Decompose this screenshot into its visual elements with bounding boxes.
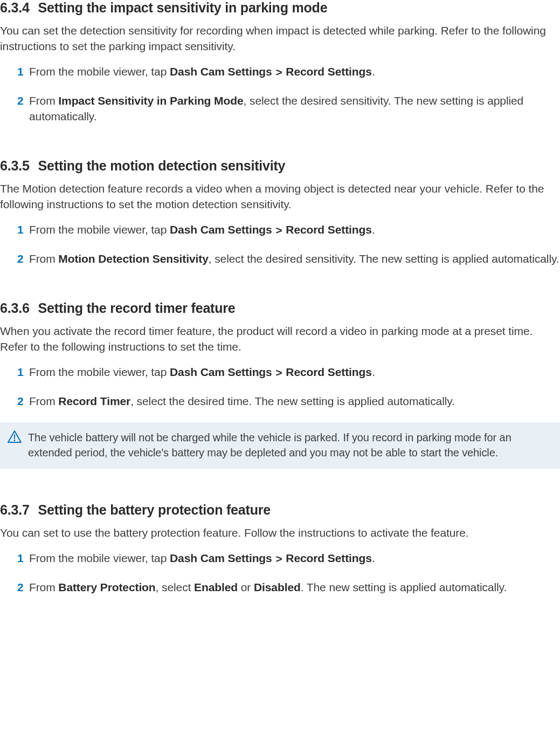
list-item: 1 From the mobile viewer, tap Dash Cam S… bbox=[17, 64, 560, 80]
step-bold-1: Dash Cam Settings bbox=[170, 223, 272, 236]
caution-callout: The vehicle battery will not be charged … bbox=[0, 422, 560, 469]
chevron-right-icon: > bbox=[275, 65, 282, 80]
step-text-pre: From bbox=[29, 252, 58, 265]
step-text-post: , select the desired time. The new setti… bbox=[130, 395, 455, 407]
warning-icon bbox=[8, 430, 22, 443]
section-heading: 6.3.5Setting the motion detection sensit… bbox=[0, 158, 560, 174]
step-number: 2 bbox=[17, 580, 24, 596]
chevron-right-icon: > bbox=[275, 551, 282, 567]
section-number: 6.3.6 bbox=[0, 300, 30, 316]
step-list: 1 From the mobile viewer, tap Dash Cam S… bbox=[0, 222, 560, 267]
step-text-post: . bbox=[372, 552, 375, 564]
step-text-post-a: , select bbox=[156, 581, 194, 593]
chevron-right-icon: > bbox=[275, 223, 282, 238]
step-bold-1: Dash Cam Settings bbox=[170, 65, 272, 78]
step-number: 2 bbox=[17, 394, 24, 409]
section-634: 6.3.4Setting the impact sensitivity in p… bbox=[0, 0, 560, 125]
section-heading: 6.3.6Setting the record timer feature bbox=[0, 300, 560, 316]
step-text-pre: From the mobile viewer, tap bbox=[29, 223, 170, 236]
step-number: 1 bbox=[17, 365, 24, 380]
list-item: 2 From Battery Protection, select Enable… bbox=[17, 580, 560, 596]
section-intro: You can set the detection sensitivity fo… bbox=[0, 23, 560, 54]
section-intro: When you activate the record timer featu… bbox=[0, 324, 560, 355]
step-bold-2: Record Settings bbox=[286, 366, 372, 378]
step-number: 2 bbox=[17, 93, 24, 109]
step-bold-b: Enabled bbox=[194, 581, 238, 593]
step-text-pre: From bbox=[29, 395, 58, 407]
list-item: 1 From the mobile viewer, tap Dash Cam S… bbox=[17, 551, 560, 567]
step-text-post: , select the desired sensitivity. The ne… bbox=[209, 252, 559, 265]
section-title: Setting the battery protection feature bbox=[38, 502, 271, 517]
list-item: 2 From Impact Sensitivity in Parking Mod… bbox=[17, 93, 560, 125]
list-item: 2 From Motion Detection Sensitivity, sel… bbox=[17, 251, 560, 267]
step-number: 1 bbox=[17, 551, 24, 566]
step-bold-c: Disabled bbox=[254, 581, 301, 593]
section-number: 6.3.7 bbox=[0, 502, 30, 517]
step-bold-2: Record Settings bbox=[286, 223, 372, 236]
section-heading: 6.3.4Setting the impact sensitivity in p… bbox=[0, 0, 560, 16]
document-page: 6.3.4Setting the impact sensitivity in p… bbox=[0, 0, 560, 619]
step-bold-1: Dash Cam Settings bbox=[170, 552, 272, 564]
section-636: 6.3.6Setting the record timer feature Wh… bbox=[0, 300, 560, 469]
step-list: 1 From the mobile viewer, tap Dash Cam S… bbox=[0, 365, 560, 409]
list-item: 1 From the mobile viewer, tap Dash Cam S… bbox=[17, 222, 560, 238]
step-text-pre: From the mobile viewer, tap bbox=[29, 65, 170, 78]
step-bold-2: Record Settings bbox=[286, 552, 372, 564]
section-number: 6.3.5 bbox=[0, 158, 30, 173]
section-title: Setting the impact sensitivity in parkin… bbox=[38, 0, 328, 15]
section-heading: 6.3.7Setting the battery protection feat… bbox=[0, 502, 560, 518]
step-text-pre: From the mobile viewer, tap bbox=[29, 552, 170, 564]
chevron-right-icon: > bbox=[275, 365, 282, 381]
list-item: 2 From Record Timer, select the desired … bbox=[17, 394, 560, 409]
step-bold-1: Battery Protection bbox=[58, 581, 155, 593]
section-635: 6.3.5Setting the motion detection sensit… bbox=[0, 158, 560, 267]
section-intro: The Motion detection feature records a v… bbox=[0, 181, 560, 213]
step-text-post: . bbox=[372, 223, 375, 236]
section-intro: You can set to use the battery protectio… bbox=[0, 525, 560, 541]
list-item: 1 From the mobile viewer, tap Dash Cam S… bbox=[17, 365, 560, 381]
step-text-post-c: . The new setting is applied automatical… bbox=[301, 581, 507, 593]
step-bold-2: Record Settings bbox=[286, 65, 372, 78]
section-title: Setting the record timer feature bbox=[38, 300, 236, 316]
step-text-post-b: or bbox=[238, 581, 254, 593]
step-number: 1 bbox=[17, 222, 24, 238]
step-bold-1: Motion Detection Sensitivity bbox=[58, 252, 208, 265]
svg-point-1 bbox=[14, 440, 16, 441]
step-bold-1: Impact Sensitivity in Parking Mode bbox=[58, 94, 243, 107]
step-text-post: . bbox=[372, 65, 375, 78]
step-list: 1 From the mobile viewer, tap Dash Cam S… bbox=[0, 64, 560, 125]
step-bold-1: Dash Cam Settings bbox=[170, 366, 272, 378]
step-number: 2 bbox=[17, 251, 24, 267]
step-text-pre: From the mobile viewer, tap bbox=[29, 366, 170, 378]
section-637: 6.3.7Setting the battery protection feat… bbox=[0, 502, 560, 596]
step-text-post: . bbox=[372, 366, 375, 378]
step-text-pre: From bbox=[29, 581, 58, 593]
section-number: 6.3.4 bbox=[0, 0, 30, 15]
step-list: 1 From the mobile viewer, tap Dash Cam S… bbox=[0, 551, 560, 596]
callout-text: The vehicle battery will not be charged … bbox=[28, 430, 551, 461]
section-title: Setting the motion detection sensitivity bbox=[38, 158, 286, 173]
step-text-pre: From bbox=[29, 94, 58, 107]
step-number: 1 bbox=[17, 64, 24, 80]
step-bold-1: Record Timer bbox=[58, 395, 130, 407]
